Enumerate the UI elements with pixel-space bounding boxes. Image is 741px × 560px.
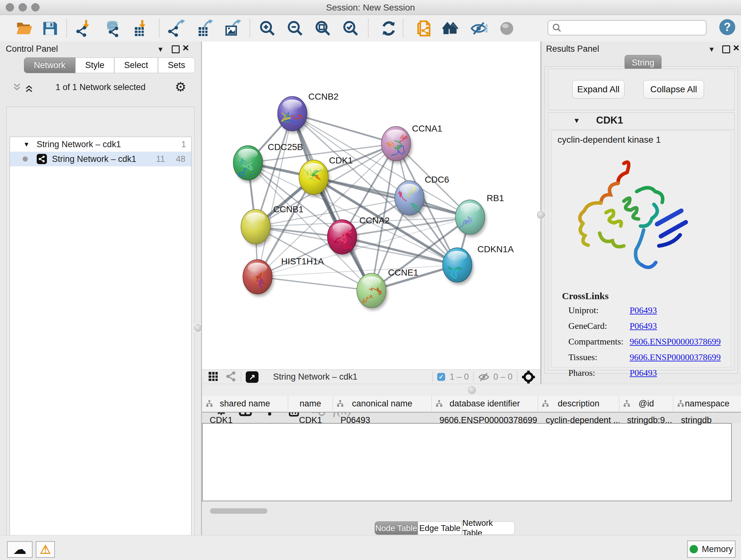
- table-cell[interactable]: stringdb: [673, 423, 732, 427]
- crosslink-link[interactable]: 9606.ENSP00000378699: [630, 336, 721, 347]
- birdseye-view-button[interactable]: ↗: [246, 371, 259, 383]
- search-input[interactable]: [562, 23, 697, 33]
- network-from-file-button[interactable]: [414, 19, 432, 37]
- grid-view-button[interactable]: [208, 371, 219, 383]
- import-network-button[interactable]: [75, 19, 93, 37]
- node-label: RB1: [487, 193, 504, 203]
- export-network-icon: [168, 20, 185, 37]
- horizontal-scrollbar-thumb[interactable]: [210, 508, 267, 514]
- table-cell[interactable]: CDK1: [288, 423, 333, 427]
- crosslink-link[interactable]: P06493: [630, 368, 657, 378]
- export-network-button[interactable]: [168, 19, 186, 37]
- table-cell[interactable]: 9606.ENSP00000378699: [432, 423, 538, 427]
- table-cell[interactable]: P06493: [333, 423, 432, 427]
- network-row-selected[interactable]: String Network – cdk1 11 48: [10, 152, 191, 166]
- application-window: Session: New Session: [0, 0, 741, 560]
- collapse-panel-icon[interactable]: ▼: [157, 45, 164, 54]
- save-session-button[interactable]: [41, 19, 59, 37]
- import-table-icon: [132, 20, 149, 37]
- float-panel-icon[interactable]: [722, 45, 730, 53]
- toolbar-separator: [241, 372, 241, 382]
- network-node-CCNA1[interactable]: CCNA1: [381, 124, 442, 164]
- node-label: HIST1H1A: [281, 256, 324, 266]
- selected-nodes-checkbox[interactable]: ✓: [437, 373, 445, 381]
- protein-structure-image: [561, 150, 695, 284]
- tab-select[interactable]: Select: [114, 57, 158, 73]
- collapse-panel-icon[interactable]: ▼: [708, 45, 715, 54]
- expand-all-button[interactable]: Expand All: [572, 80, 624, 99]
- network-node-CDK1[interactable]: CDK1: [299, 155, 353, 197]
- node-count: 11: [156, 154, 165, 164]
- horizontal-splitter[interactable]: [202, 384, 741, 396]
- table-cell[interactable]: stringdb:9...: [619, 423, 673, 427]
- collapse-all-networks-icon[interactable]: [12, 82, 22, 93]
- cloud-status-button[interactable]: ☁: [7, 541, 32, 558]
- crosshair-icon[interactable]: [522, 370, 535, 384]
- network-node-CDKN1A[interactable]: CDKN1A: [443, 244, 514, 285]
- panel-splitter-handle[interactable]: [194, 324, 202, 332]
- zoom-out-button[interactable]: [286, 19, 304, 37]
- eye-disabled-icon: [498, 20, 515, 37]
- tab-string[interactable]: String: [624, 55, 662, 71]
- node-table[interactable]: shared namenamecanonical namedatabase id…: [202, 423, 732, 501]
- search-box[interactable]: [548, 20, 706, 36]
- table-cell[interactable]: CDK1: [202, 423, 288, 427]
- crosslink-link[interactable]: 9606.ENSP00000378699: [630, 352, 721, 362]
- node-label: CCNA1: [412, 124, 442, 133]
- crosslink-row: GeneCard:P06493: [568, 321, 722, 331]
- network-collection-row[interactable]: ▼ String Network – cdk1 1: [10, 137, 191, 152]
- network-node-CDC6[interactable]: CDC6: [395, 175, 449, 218]
- show-all-button[interactable]: [498, 19, 516, 37]
- export-table-icon: [196, 20, 213, 37]
- crosslink-link[interactable]: P06493: [630, 305, 657, 315]
- zoom-selected-button[interactable]: [342, 19, 360, 37]
- splitter-handle[interactable]: [468, 386, 476, 394]
- panel-splitter-handle[interactable]: [537, 211, 545, 219]
- import-table-button[interactable]: [131, 19, 149, 37]
- network-node-HIST1H1A[interactable]: HIST1H1A: [243, 256, 324, 297]
- close-panel-icon[interactable]: ×: [183, 44, 189, 51]
- tab-node-table[interactable]: Node Table: [375, 521, 418, 535]
- export-image-button[interactable]: [224, 19, 242, 37]
- refresh-layout-button[interactable]: [380, 19, 398, 37]
- network-node-CDC25B[interactable]: CDC25B: [233, 142, 303, 183]
- float-panel-icon[interactable]: [172, 45, 180, 53]
- tab-network-table[interactable]: Network Table: [462, 521, 515, 535]
- import-database-icon: [104, 20, 121, 37]
- network-options-gear-icon[interactable]: ⚙: [175, 80, 186, 93]
- network-canvas[interactable]: CCNB2CCNA1CDC25BCDK1CDC6RB1CCNB1CCNA2CDK…: [202, 42, 540, 369]
- memory-button[interactable]: Memory: [687, 541, 736, 558]
- warnings-button[interactable]: ⚠: [36, 541, 55, 558]
- network-node-RB1[interactable]: RB1: [455, 193, 504, 237]
- network-edge[interactable]: [258, 277, 372, 291]
- tree-expander-icon[interactable]: ▼: [23, 141, 30, 148]
- zoom-in-button[interactable]: [259, 19, 276, 37]
- tab-edge-table[interactable]: Edge Table: [418, 521, 462, 535]
- network-node-CCNE1[interactable]: CCNE1: [357, 267, 418, 310]
- entry-expander-icon[interactable]: ▼: [573, 117, 580, 125]
- crosslink-link[interactable]: P06493: [630, 321, 657, 331]
- network-selection-status: 1 of 1 Network selected: [42, 82, 159, 92]
- network-edge[interactable]: [258, 114, 292, 277]
- import-network-from-database-button[interactable]: [104, 19, 121, 37]
- collapse-all-button[interactable]: Collapse All: [643, 80, 704, 99]
- share-view-button[interactable]: [226, 371, 237, 383]
- tab-sets[interactable]: Sets: [158, 57, 195, 73]
- table-cell[interactable]: cyclin-dependent ...: [538, 423, 619, 427]
- open-session-button[interactable]: [15, 19, 33, 37]
- export-table-button[interactable]: [196, 19, 214, 37]
- first-neighbors-button[interactable]: [442, 19, 460, 37]
- crosslink-row: Pharos:P06493: [568, 368, 722, 378]
- entry-description: cyclin-dependent kinase 1: [557, 135, 661, 145]
- network-node-CCNB2[interactable]: CCNB2: [278, 91, 339, 133]
- expand-all-networks-icon[interactable]: [24, 82, 34, 93]
- tab-style[interactable]: Style: [75, 57, 114, 73]
- zoom-fit-button[interactable]: [314, 19, 332, 37]
- help-button[interactable]: ?: [719, 19, 735, 35]
- tab-network[interactable]: Network: [24, 57, 75, 73]
- node-entry-header[interactable]: ▼ CDK1: [548, 113, 734, 130]
- hide-selected-button[interactable]: [470, 19, 488, 37]
- entry-name: CDK1: [596, 115, 623, 126]
- close-panel-icon[interactable]: ×: [733, 44, 739, 51]
- hidden-counts: 0 – 0: [493, 372, 513, 382]
